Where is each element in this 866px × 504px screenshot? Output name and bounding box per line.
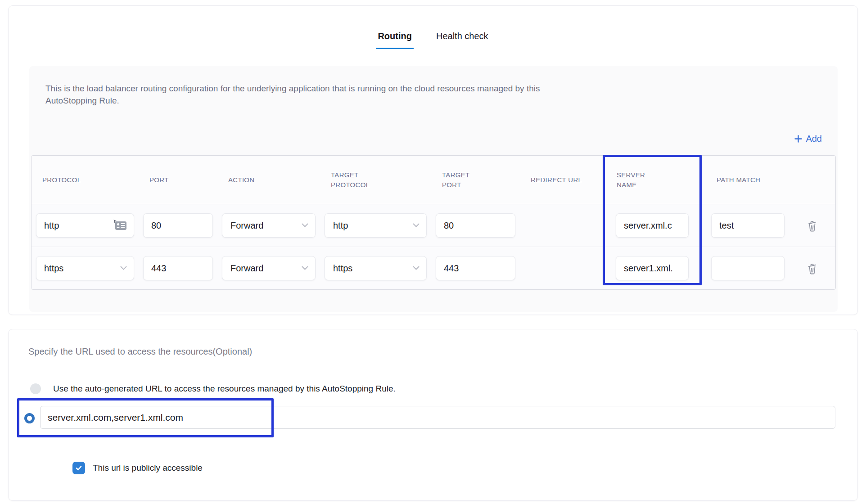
add-rule-button[interactable]: Add [794, 134, 822, 144]
tab-health-check[interactable]: Health check [434, 31, 490, 49]
column-header-target-port: TARGET PORT [431, 170, 520, 190]
url-config-card: Specify the URL used to access the resou… [8, 329, 858, 501]
path-match-input[interactable] [711, 213, 785, 238]
custom-url-input[interactable] [40, 406, 835, 429]
tab-health-check-label: Health check [436, 31, 488, 41]
id-card-icon [112, 219, 128, 232]
tab-routing-label: Routing [378, 31, 412, 41]
action-select[interactable]: Forward [222, 213, 316, 238]
routing-panel: This is the load balancer routing config… [29, 66, 838, 312]
path-match-input[interactable] [711, 256, 785, 280]
port-input[interactable] [143, 213, 213, 238]
chevron-down-icon [120, 266, 127, 270]
chevron-down-icon [413, 223, 419, 228]
public-url-label: This url is publicly accessible [93, 463, 203, 473]
delete-row-button[interactable] [804, 217, 820, 234]
tab-routing[interactable]: Routing [376, 31, 414, 49]
target-protocol-value: https [333, 263, 352, 274]
column-header-target-protocol: TARGET PROTOCOL [320, 170, 431, 190]
protocol-field[interactable]: http [36, 213, 134, 238]
target-protocol-select[interactable]: https [325, 256, 427, 280]
add-rule-label: Add [806, 134, 822, 144]
description-line-2: AutoStopping Rule. [45, 96, 119, 105]
action-value: Forward [230, 263, 263, 274]
redirect-url-cell-empty [520, 204, 606, 247]
delete-row-button[interactable] [804, 260, 820, 277]
custom-url-radio[interactable] [24, 413, 35, 423]
description-line-1: This is the load balancer routing config… [45, 84, 540, 93]
chevron-down-icon [302, 266, 308, 270]
target-protocol-value: http [333, 220, 348, 231]
column-header-port: PORT [139, 175, 217, 185]
action-value: Forward [230, 220, 263, 231]
routing-rule-row: https Forward [32, 247, 835, 289]
column-header-action: ACTION [217, 175, 320, 185]
target-port-input[interactable] [436, 213, 515, 238]
routing-description: This is the load balancer routing config… [45, 82, 540, 107]
table-header-row: PROTOCOL PORT ACTION TARGET PROTOCOL TAR… [32, 156, 835, 204]
plus-icon [794, 135, 802, 143]
protocol-value: http [44, 220, 59, 231]
public-url-checkbox[interactable] [72, 462, 85, 474]
target-protocol-select[interactable]: http [325, 213, 427, 238]
trash-icon [806, 219, 818, 232]
protocol-value: https [44, 263, 63, 274]
column-header-protocol: PROTOCOL [32, 175, 139, 185]
public-url-row: This url is publicly accessible [72, 462, 203, 474]
custom-url-option-row [9, 329, 857, 500]
server-name-input[interactable] [616, 213, 689, 238]
target-port-input[interactable] [436, 256, 515, 280]
action-select[interactable]: Forward [222, 256, 316, 280]
checkmark-icon [75, 464, 83, 472]
protocol-select[interactable]: https [36, 256, 134, 280]
trash-icon [806, 262, 818, 275]
column-header-redirect-url: REDIRECT URL [520, 175, 606, 185]
column-header-path-match: PATH MATCH [706, 175, 789, 185]
tab-bar: Routing Health check [9, 6, 857, 49]
chevron-down-icon [413, 266, 419, 270]
routing-config-card: Routing Health check This is the load ba… [8, 5, 858, 315]
redirect-url-cell-empty [520, 247, 606, 289]
chevron-down-icon [302, 223, 308, 228]
port-input[interactable] [143, 256, 213, 280]
routing-rule-row: http [32, 204, 835, 247]
routing-rules-table: PROTOCOL PORT ACTION TARGET PROTOCOL TAR… [31, 155, 836, 290]
column-header-server-name: SERVER NAME [606, 170, 706, 190]
server-name-input[interactable] [616, 256, 689, 280]
